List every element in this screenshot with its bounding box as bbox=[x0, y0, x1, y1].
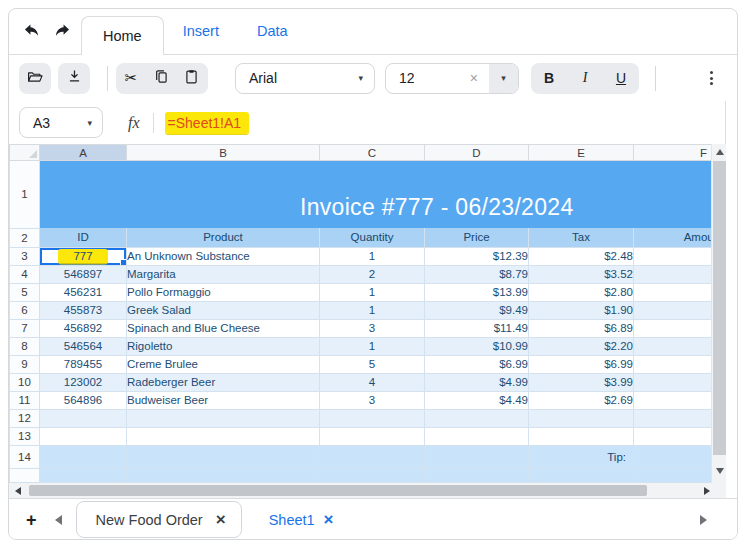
vertical-scrollbar[interactable] bbox=[711, 144, 726, 483]
cell-D13[interactable] bbox=[425, 427, 529, 445]
row-header-10[interactable]: 10 bbox=[10, 373, 40, 391]
cell-A5[interactable]: 456231 bbox=[40, 283, 127, 301]
scroll-left-icon[interactable] bbox=[15, 487, 21, 495]
cell-F5[interactable] bbox=[634, 283, 712, 301]
cell-C4[interactable]: 2 bbox=[320, 265, 425, 283]
table-header-product[interactable]: Product bbox=[127, 228, 320, 247]
tab-home[interactable]: Home bbox=[81, 16, 164, 55]
cell-E10[interactable]: $3.99 bbox=[529, 373, 634, 391]
cell-C9[interactable]: 5 bbox=[320, 355, 425, 373]
download-button[interactable] bbox=[58, 63, 90, 94]
row-header-8[interactable]: 8 bbox=[10, 337, 40, 355]
cut-button[interactable]: ✂ bbox=[116, 63, 146, 94]
cell-A4[interactable]: 546897 bbox=[40, 265, 127, 283]
font-size-dropdown[interactable]: ▾ bbox=[489, 64, 518, 93]
cell-F9[interactable] bbox=[634, 355, 712, 373]
merged-title-cell[interactable]: Invoice #777 - 06/23/2024 bbox=[40, 161, 712, 229]
cell-D9[interactable]: $6.99 bbox=[425, 355, 529, 373]
row-header-2[interactable]: 2 bbox=[10, 228, 40, 247]
cell-A3[interactable]: 777 bbox=[40, 247, 127, 265]
cell-B10[interactable]: Radeberger Beer bbox=[127, 373, 320, 391]
row-header-5[interactable]: 5 bbox=[10, 283, 40, 301]
cell-F14[interactable] bbox=[634, 445, 712, 468]
cell-A9[interactable]: 789455 bbox=[40, 355, 127, 373]
cell-B5[interactable]: Pollo Formaggio bbox=[127, 283, 320, 301]
column-header-A[interactable]: A bbox=[40, 145, 127, 161]
cell-F7[interactable] bbox=[634, 319, 712, 337]
cell-A8[interactable]: 546564 bbox=[40, 337, 127, 355]
more-options-icon[interactable] bbox=[706, 67, 717, 89]
row-header-1[interactable]: 1 bbox=[10, 161, 40, 229]
cell-A6[interactable]: 455873 bbox=[40, 301, 127, 319]
redo-icon[interactable] bbox=[51, 21, 71, 41]
cell-B7[interactable]: Spinach and Blue Cheese bbox=[127, 319, 320, 337]
cell-D10[interactable]: $4.99 bbox=[425, 373, 529, 391]
cell-B6[interactable]: Greek Salad bbox=[127, 301, 320, 319]
scroll-up-icon[interactable] bbox=[716, 149, 724, 155]
cell-F11[interactable] bbox=[634, 391, 712, 409]
select-all-corner[interactable] bbox=[10, 145, 40, 161]
row-header-9[interactable]: 9 bbox=[10, 355, 40, 373]
row-header-partial[interactable] bbox=[10, 468, 40, 482]
cell-D12[interactable] bbox=[425, 409, 529, 427]
underline-button[interactable]: U bbox=[603, 63, 639, 94]
cell-B9[interactable]: Creme Brulee bbox=[127, 355, 320, 373]
cell-partial-F[interactable] bbox=[634, 468, 712, 482]
cell-A14[interactable] bbox=[40, 445, 127, 468]
cell-C10[interactable]: 4 bbox=[320, 373, 425, 391]
cell-F10[interactable] bbox=[634, 373, 712, 391]
sheet-tab-new-food-order[interactable]: New Food Order × bbox=[76, 501, 242, 538]
row-header-4[interactable]: 4 bbox=[10, 265, 40, 283]
cell-C13[interactable] bbox=[320, 427, 425, 445]
cell-D11[interactable]: $4.49 bbox=[425, 391, 529, 409]
cell-C5[interactable]: 1 bbox=[320, 283, 425, 301]
cell-D7[interactable]: $11.49 bbox=[425, 319, 529, 337]
scroll-right-icon[interactable] bbox=[704, 487, 710, 495]
cell-E6[interactable]: $1.90 bbox=[529, 301, 634, 319]
cell-D5[interactable]: $13.99 bbox=[425, 283, 529, 301]
cell-F13[interactable] bbox=[634, 427, 712, 445]
cell-D14[interactable] bbox=[425, 445, 529, 468]
cell-partial-E[interactable] bbox=[529, 468, 634, 482]
cell-D8[interactable]: $10.99 bbox=[425, 337, 529, 355]
cell-E4[interactable]: $3.52 bbox=[529, 265, 634, 283]
cell-E9[interactable]: $6.99 bbox=[529, 355, 634, 373]
scroll-down-icon[interactable] bbox=[716, 468, 724, 474]
cell-B4[interactable]: Margarita bbox=[127, 265, 320, 283]
undo-icon[interactable] bbox=[22, 21, 42, 41]
clear-icon[interactable]: × bbox=[470, 70, 489, 86]
cell-F6[interactable] bbox=[634, 301, 712, 319]
cell-partial-A[interactable] bbox=[40, 468, 127, 482]
cell-C3[interactable]: 1 bbox=[320, 247, 425, 265]
horizontal-scrollbar[interactable] bbox=[9, 483, 726, 498]
cell-B11[interactable]: Budweiser Beer bbox=[127, 391, 320, 409]
cell-partial-C[interactable] bbox=[320, 468, 425, 482]
column-header-B[interactable]: B bbox=[127, 145, 320, 161]
table-header-amount[interactable]: Amount bbox=[634, 228, 712, 247]
font-size-input[interactable]: 12 bbox=[386, 70, 470, 86]
open-file-button[interactable] bbox=[19, 63, 51, 94]
cell-B14[interactable] bbox=[127, 445, 320, 468]
cell-partial-B[interactable] bbox=[127, 468, 320, 482]
bold-button[interactable]: B bbox=[531, 63, 567, 94]
row-header-14[interactable]: 14 bbox=[10, 445, 40, 468]
tab-insert[interactable]: Insert bbox=[164, 8, 238, 54]
cell-C12[interactable] bbox=[320, 409, 425, 427]
column-header-C[interactable]: C bbox=[320, 145, 425, 161]
cell-E12[interactable] bbox=[529, 409, 634, 427]
cell-A10[interactable]: 123002 bbox=[40, 373, 127, 391]
cell-C8[interactable]: 1 bbox=[320, 337, 425, 355]
sheet-tab-sheet1[interactable]: Sheet1 × bbox=[269, 511, 334, 528]
cell-F8[interactable] bbox=[634, 337, 712, 355]
cell-reference-box[interactable]: A3 ▾ bbox=[19, 107, 103, 138]
table-header-price[interactable]: Price bbox=[425, 228, 529, 247]
row-header-13[interactable]: 13 bbox=[10, 427, 40, 445]
cell-D3[interactable]: $12.39 bbox=[425, 247, 529, 265]
cell-E8[interactable]: $2.20 bbox=[529, 337, 634, 355]
tab-data[interactable]: Data bbox=[238, 8, 307, 54]
column-header-F[interactable]: F bbox=[634, 145, 712, 161]
cell-A7[interactable]: 456892 bbox=[40, 319, 127, 337]
row-header-6[interactable]: 6 bbox=[10, 301, 40, 319]
cell-A13[interactable] bbox=[40, 427, 127, 445]
cell-B12[interactable] bbox=[127, 409, 320, 427]
